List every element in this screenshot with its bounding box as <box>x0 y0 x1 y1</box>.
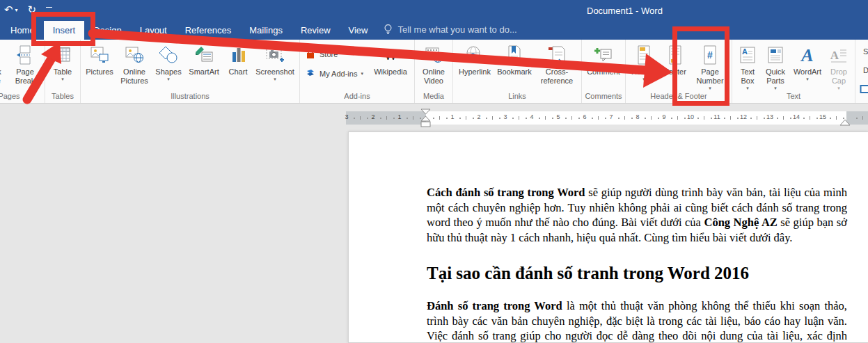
indent-markers[interactable] <box>420 109 432 129</box>
comment-button[interactable]: Comment <box>584 40 623 91</box>
screenshot-button[interactable]: Screenshot ▾ <box>253 40 297 91</box>
svg-text:A: A <box>742 47 748 56</box>
cross-reference-button[interactable]: Cross-reference <box>535 40 579 91</box>
footer-button[interactable]: Footer ▾ <box>660 40 691 91</box>
hyperlink-button[interactable]: Hyperlink <box>455 40 494 91</box>
group-label-header-footer: Header & Footer <box>626 91 732 103</box>
ruler-tick <box>433 118 434 119</box>
text-box-button[interactable]: A Text Box ▾ <box>734 40 761 91</box>
my-addins-icon <box>305 68 316 79</box>
ruler-tick <box>578 118 580 119</box>
drop-cap-button[interactable]: A Drop Cap ▾ <box>825 40 853 91</box>
left-indent-marker[interactable] <box>421 122 430 127</box>
ruler-tick <box>439 116 440 120</box>
ruler-number: 15 <box>819 113 826 120</box>
tab-mailings[interactable]: Mailings <box>240 21 292 40</box>
group-tables: Table ▾ Tables <box>45 40 81 103</box>
first-line-indent-marker[interactable] <box>421 109 430 114</box>
ruler-tick <box>816 118 818 119</box>
page-number-button[interactable]: # Page Number ▾ <box>691 40 729 91</box>
table-button[interactable]: Table ▾ <box>47 40 78 91</box>
ruler-tick <box>750 118 752 119</box>
group-label-tables: Tables <box>45 91 80 103</box>
dropdown-arrow-icon: ▾ <box>709 86 711 91</box>
quick-parts-button[interactable]: Quick Parts ▾ <box>761 40 790 91</box>
group-addins: Store My Add-ins ▾ W Wikipedia Add-ins <box>300 40 415 103</box>
shapes-button[interactable]: Shapes ▾ <box>152 40 184 91</box>
dropdown-arrow-icon: ▾ <box>746 86 749 91</box>
dropdown-arrow-icon: ▾ <box>361 71 363 77</box>
comment-icon <box>592 42 615 67</box>
redo-button[interactable]: ↻ <box>28 3 37 16</box>
tab-view[interactable]: View <box>340 21 377 40</box>
tell-me-box[interactable]: Tell me what you want to do... <box>377 19 523 40</box>
tab-insert[interactable]: Insert <box>44 21 85 40</box>
object-button[interactable]: Object <box>860 83 868 95</box>
group-label-illustrations: Illustrations <box>81 91 299 103</box>
footer-icon <box>664 42 686 67</box>
signature-line-button[interactable]: Signature Line <box>860 45 868 58</box>
ruler-number: 13 <box>766 113 773 120</box>
online-video-button[interactable]: Online Video <box>417 40 450 91</box>
header-button[interactable]: Header ▾ <box>628 40 660 91</box>
lightbulb-icon <box>384 24 393 35</box>
group-text: A Text Box ▾ Quick Parts ▾ A WordA <box>732 40 855 103</box>
word-window: ↶ ▾ ↻ ▾ Document1 - Word Home Insert Des… <box>0 0 868 343</box>
svg-text:A: A <box>800 45 813 65</box>
document-text[interactable]: Cách đánh số trang trong Word sẽ giúp ng… <box>427 185 847 343</box>
cross-reference-icon <box>546 42 568 67</box>
ruler-tick <box>539 118 540 119</box>
ruler-tick <box>651 116 652 120</box>
group-label-media: Media <box>415 91 452 103</box>
tab-home[interactable]: Home <box>1 21 44 40</box>
ruler-tick <box>618 118 620 119</box>
ruler-number: 10 <box>687 113 694 120</box>
pictures-button[interactable]: Pictures <box>83 40 116 91</box>
group-media: Online Video Media <box>415 40 453 103</box>
wikipedia-icon: W <box>379 42 402 67</box>
tab-layout[interactable]: Layout <box>131 21 176 40</box>
paragraph-2: Đánh số trang trong Word là một thủ thuậ… <box>427 298 847 343</box>
ruler-tick <box>830 118 831 119</box>
blank-page-icon <box>0 42 3 67</box>
ruler-tick <box>552 118 553 119</box>
my-addins-button[interactable]: My Add-ins ▾ <box>305 68 366 79</box>
date-time-button[interactable]: Date & Time <box>860 64 868 77</box>
right-indent-marker[interactable] <box>839 118 851 127</box>
ruler-tick <box>645 118 646 119</box>
ruler-tick <box>499 118 500 119</box>
ruler-number: 3 <box>345 113 348 120</box>
store-button[interactable]: Store <box>305 49 366 60</box>
group-links: Hyperlink Bookmark Cross-reference Links <box>453 40 582 103</box>
customize-quick-access-button[interactable]: ▾ <box>46 4 52 15</box>
ruler-tick <box>545 116 546 120</box>
ruler-tick <box>777 118 778 119</box>
quick-parts-icon <box>764 42 787 67</box>
online-pictures-button[interactable]: Online Pictures <box>116 40 152 91</box>
ruler-tick <box>459 118 461 119</box>
undo-button[interactable]: ↶ ▾ <box>4 3 18 16</box>
undo-dropdown-icon[interactable]: ▾ <box>15 7 18 13</box>
tab-references[interactable]: References <box>176 21 240 40</box>
ruler-tick <box>605 118 606 119</box>
smartart-button[interactable]: SmartArt <box>184 40 223 91</box>
header-icon <box>633 42 655 67</box>
bold-brand-text: Công Nghệ AZ <box>704 216 777 229</box>
ruler-number: 8 <box>636 113 639 120</box>
svg-text:W: W <box>384 47 397 63</box>
ruler-tick <box>624 116 625 120</box>
wordart-button[interactable]: A WordArt ▾ <box>790 40 825 91</box>
ruler-tick <box>810 116 810 120</box>
ruler-tick <box>571 116 572 120</box>
ruler-tick <box>764 118 765 119</box>
document-page[interactable]: Cách đánh số trang trong Word sẽ giúp ng… <box>348 131 868 343</box>
chart-button[interactable]: Chart <box>223 40 253 91</box>
hanging-indent-marker[interactable] <box>421 116 430 121</box>
blank-page-button[interactable]: Blank Page <box>0 40 8 91</box>
page-break-button[interactable]: Page Break <box>8 40 42 91</box>
ruler-number: 12 <box>740 113 747 120</box>
tab-design[interactable]: Design <box>84 21 130 40</box>
wikipedia-button[interactable]: W Wikipedia <box>369 40 412 91</box>
tab-review[interactable]: Review <box>292 21 340 40</box>
bookmark-button[interactable]: Bookmark <box>494 40 535 91</box>
